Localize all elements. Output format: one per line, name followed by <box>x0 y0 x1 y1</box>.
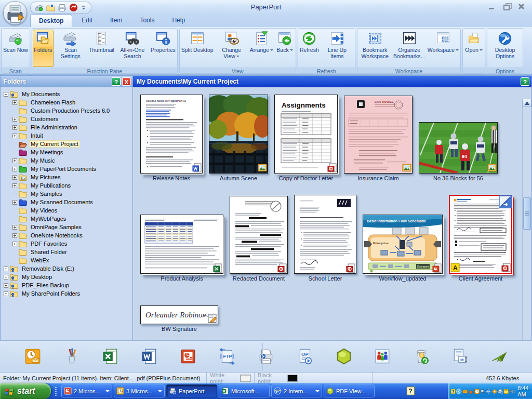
expand-icon[interactable] <box>12 175 17 180</box>
paperport-tray-icon[interactable] <box>498 388 503 395</box>
expand-icon[interactable] <box>4 283 8 288</box>
folder-item-my-desktop[interactable]: My Desktop <box>1 273 132 281</box>
document-item-product-analysis[interactable]: Product Analysis <box>140 215 223 282</box>
thumbnail-page[interactable] <box>294 195 356 274</box>
mail-icon[interactable] <box>462 388 468 395</box>
expand-icon[interactable] <box>12 100 17 105</box>
refresh-button[interactable]: Refresh <box>299 30 320 67</box>
expand-icon[interactable] <box>12 125 17 130</box>
tab-item[interactable]: Item <box>102 15 130 27</box>
document-item-copy-of-doctor-letter[interactable]: AssignmentsCopy of Doctor Letter <box>274 95 338 181</box>
expand-icon[interactable] <box>4 275 8 280</box>
task-pdf-view[interactable]: PDF View... <box>324 384 375 397</box>
folders-button[interactable]: Folders <box>33 30 54 67</box>
taskbar-help-icon[interactable]: ? <box>406 387 415 395</box>
expand-icon[interactable] <box>12 158 17 163</box>
java-icon[interactable] <box>468 388 473 395</box>
notes-icon[interactable] <box>503 388 509 395</box>
minimize-button[interactable] <box>484 2 499 11</box>
folder-item-removable-disk-e[interactable]: Removable Disk (E:) <box>1 264 132 273</box>
line-up-items-button[interactable]: Line Up Items <box>320 30 354 67</box>
workspace-button[interactable]: Workspace <box>427 30 460 67</box>
folder-item-my-current-project[interactable]: My Current Project <box>1 140 132 148</box>
document-item-workflow-updated[interactable]: Basic Information Flow SchematicEnterpri… <box>363 215 443 282</box>
desktop-options-button[interactable]: Desktop Options <box>488 30 522 67</box>
document-item-client-agreement[interactable]: AClient Agreement <box>449 195 512 282</box>
task-group-arrow-icon[interactable] <box>105 390 110 394</box>
folder-item-custom-production-presets-6-0[interactable]: Custom Production Presets 6.0 <box>1 107 132 115</box>
task-group-arrow-icon[interactable] <box>315 390 320 394</box>
ftp-icon[interactable]: FTP <box>218 348 236 365</box>
tab-desktop[interactable]: Desktop <box>30 15 72 27</box>
document-item-bw-signature[interactable]: Orleander RobinovBW Signature <box>140 305 218 332</box>
bookmark-workspace-button[interactable]: Bookmark Workspace <box>358 30 392 67</box>
tab-edit[interactable]: Edit <box>73 15 101 27</box>
folder-item-shared-folder[interactable]: Shared Folder <box>1 248 132 256</box>
asterisk-icon[interactable] <box>492 388 497 395</box>
restore-button[interactable] <box>499 2 513 11</box>
arrange-button[interactable]: Arrange <box>249 30 274 67</box>
thumbnail-page[interactable]: Assignments <box>274 95 338 174</box>
tab-tools[interactable]: Tools <box>131 15 163 27</box>
thumbnail-page[interactable] <box>230 196 288 274</box>
send-plane-icon[interactable] <box>490 348 508 365</box>
folders-help-button[interactable]: ? <box>112 77 121 86</box>
volume-icon[interactable] <box>510 388 515 395</box>
folder-item-my-publications[interactable]: My Publications <box>1 181 132 190</box>
expand-icon[interactable] <box>12 233 17 238</box>
help-icon[interactable]: ? <box>450 388 456 395</box>
network-icon[interactable] <box>486 388 491 395</box>
document-item-release-notes[interactable]: Release Notes for PaperPort 11-Release N… <box>140 95 203 181</box>
scrollbar-thumb[interactable] <box>523 197 531 230</box>
folder-item-onenote-notebooks[interactable]: OneNote Notebooks <box>1 231 132 240</box>
folder-item-pdf-favorites[interactable]: PDF Favorites <box>1 240 132 248</box>
print-large-icon[interactable] <box>257 348 275 365</box>
expand-icon[interactable] <box>4 291 8 296</box>
expand-icon[interactable] <box>12 183 17 188</box>
folder-item-my-sharepoint-folders[interactable]: My SharePoint Folders <box>1 289 132 298</box>
folder-item-my-documents[interactable]: My Documents <box>1 90 132 98</box>
quick-launch-handle[interactable] <box>55 387 57 396</box>
folder-item-chameleon-flash[interactable]: Chameleon Flash <box>1 98 132 107</box>
expand-icon[interactable] <box>12 117 17 122</box>
expand-icon[interactable] <box>12 167 17 171</box>
task-microsoft[interactable]: Microsoft ... <box>219 384 270 397</box>
app-menu-button[interactable] <box>3 1 27 25</box>
scan-settings-button[interactable]: Scan Settings <box>54 30 88 67</box>
scan-now-button[interactable]: Scan Now <box>2 30 29 67</box>
start-button[interactable]: start <box>0 383 51 399</box>
expand-icon[interactable] <box>12 242 17 246</box>
folder-item-file-administration[interactable]: File Administration <box>1 123 132 131</box>
sharepoint-icon[interactable] <box>374 348 391 365</box>
thumbnail-page[interactable]: Orleander Robinov <box>140 305 218 324</box>
folder-item-webex[interactable]: WebEx <box>1 256 132 264</box>
folder-item-my-meetings[interactable]: My Meetings <box>1 148 132 156</box>
paint-icon[interactable] <box>63 348 81 365</box>
omnipage-icon[interactable]: OP <box>296 348 314 365</box>
document-item-no-36-blocks-for-56[interactable]: 94No 36 Blocks for 56 <box>419 122 498 181</box>
thumbnail-page[interactable]: 94 <box>419 122 498 174</box>
folder-item-mywebpages[interactable]: MyWebPages <box>1 215 132 223</box>
task-paperport[interactable]: PaperPort <box>166 384 217 397</box>
document-item-school-letter[interactable]: School Letter <box>294 195 356 282</box>
clock-icon[interactable] <box>474 388 480 395</box>
document-item-autumn-scene[interactable]: Autumn Scene <box>209 95 268 181</box>
thumbnail-page[interactable] <box>140 215 223 274</box>
thumbnail-page[interactable]: CAR INVOICE <box>344 96 413 174</box>
folder-item-pdf-files-backup[interactable]: PDF_Files Backup <box>1 281 132 289</box>
thumbnail-page[interactable]: Release Notes for PaperPort 11 <box>140 95 203 174</box>
split-desktop-button[interactable]: Split Desktop <box>180 30 215 67</box>
task-3-micros[interactable]: 3 Micros... <box>114 384 165 397</box>
expand-icon[interactable] <box>12 225 17 230</box>
workspace-help-button[interactable]: ? <box>521 77 529 86</box>
thumbnail-page[interactable]: Basic Information Flow SchematicEnterpri… <box>363 215 443 274</box>
recycle-bin-icon[interactable] <box>413 348 430 365</box>
collapse-icon[interactable] <box>456 388 461 395</box>
organize-bookmarks-button[interactable]: Organize Bookmarks... <box>392 30 427 67</box>
ocr-icon[interactable]: ab <box>451 348 469 365</box>
task-group-arrow-icon[interactable] <box>158 390 162 394</box>
folder-item-my-music[interactable]: My Music <box>1 156 132 165</box>
document-item-redacted-document[interactable]: Redacted Document <box>230 196 288 282</box>
collapse-icon[interactable] <box>4 92 8 97</box>
all-in-one-search-button[interactable]: All-in-One Search <box>115 30 150 67</box>
